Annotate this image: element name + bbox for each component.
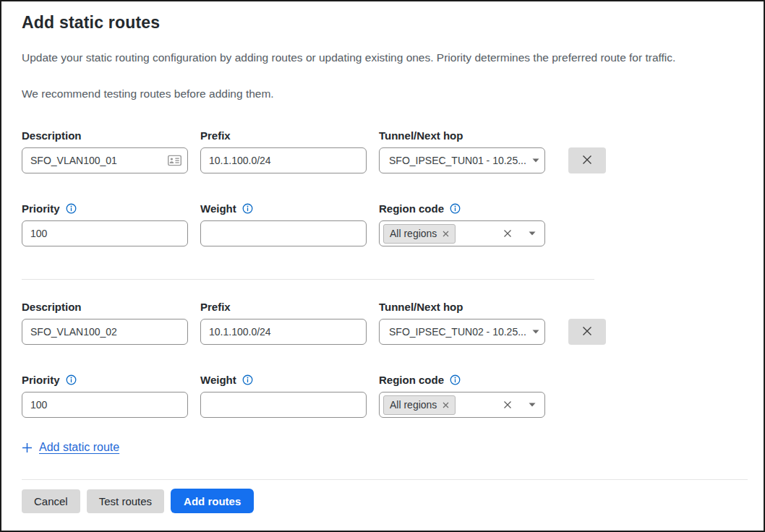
route-divider [22, 279, 594, 280]
prefix-label: Prefix [200, 301, 367, 313]
tunnel-field: Tunnel/Next hop SFO_IPSEC_TUN02 - 10.25.… [379, 301, 545, 345]
route-2-main-row: Description Prefix Tunnel/Next hop SFO_I… [22, 301, 748, 345]
region-multiselect[interactable]: All regions [379, 392, 545, 418]
priority-label: Priority [22, 374, 60, 386]
info-icon[interactable] [242, 374, 253, 385]
region-multiselect[interactable]: All regions [379, 220, 545, 246]
test-routes-button[interactable]: Test routes [87, 489, 164, 513]
footer-buttons: Cancel Test routes Add routes [22, 489, 748, 513]
remove-route-button[interactable] [568, 319, 606, 345]
weight-label: Weight [200, 374, 236, 386]
clear-selection-icon[interactable] [503, 229, 512, 238]
description-input[interactable] [22, 147, 188, 173]
prefix-input[interactable] [200, 319, 367, 345]
route-block-1: Description [22, 129, 748, 246]
weight-field: Weight [200, 374, 367, 418]
region-field: Region code All regions [379, 202, 545, 246]
weight-input[interactable] [200, 220, 367, 246]
route-block-2: Description Prefix Tunnel/Next hop SFO_I… [22, 301, 748, 418]
remove-route-button[interactable] [568, 147, 606, 173]
contact-card-icon[interactable] [168, 155, 181, 166]
tunnel-label: Tunnel/Next hop [379, 129, 545, 142]
description-field: Description [22, 301, 188, 345]
add-routes-button[interactable]: Add routes [171, 489, 254, 513]
priority-label: Priority [22, 202, 60, 215]
close-icon [581, 325, 593, 339]
region-field: Region code All regions [379, 374, 545, 418]
page-title: Add static routes [22, 12, 748, 33]
route-2-options-row: Priority Weight [22, 374, 748, 418]
add-static-routes-dialog: Add static routes Update your static rou… [0, 0, 765, 532]
chevron-down-icon [529, 231, 536, 236]
priority-field: Priority [22, 374, 188, 418]
remove-tag-icon[interactable] [443, 231, 449, 237]
route-1-options-row: Priority Weight [22, 202, 748, 246]
tunnel-selected-value: SFO_IPSEC_TUN01 - 10.25... [389, 155, 526, 166]
priority-input[interactable] [22, 392, 188, 418]
tunnel-select[interactable]: SFO_IPSEC_TUN01 - 10.25... [379, 147, 545, 173]
info-icon[interactable] [450, 374, 461, 385]
prefix-input[interactable] [200, 147, 367, 173]
weight-label: Weight [200, 202, 236, 215]
footer-divider [22, 479, 748, 480]
weight-input[interactable] [200, 392, 367, 418]
route-1-main-row: Description [22, 129, 748, 173]
info-icon[interactable] [66, 203, 77, 214]
prefix-label: Prefix [200, 129, 367, 142]
chevron-down-icon [529, 403, 536, 407]
region-label: Region code [379, 202, 444, 215]
tunnel-label: Tunnel/Next hop [379, 301, 545, 313]
chevron-down-icon [532, 158, 539, 163]
close-icon [581, 154, 593, 168]
tunnel-select[interactable]: SFO_IPSEC_TUN02 - 10.25... [379, 319, 545, 345]
plus-icon [22, 442, 33, 453]
region-tag-label: All regions [390, 228, 437, 239]
chevron-down-icon [532, 330, 539, 334]
region-tag-label: All regions [390, 399, 437, 411]
description-field: Description [22, 129, 188, 173]
info-icon[interactable] [66, 374, 77, 385]
description-label: Description [22, 129, 188, 142]
description-label: Description [22, 301, 188, 313]
clear-selection-icon[interactable] [503, 400, 512, 409]
recommendation-text: We recommend testing routes before addin… [22, 87, 748, 101]
intro-text: Update your static routing configuration… [22, 51, 748, 65]
info-icon[interactable] [242, 203, 253, 214]
weight-field: Weight [200, 202, 367, 246]
prefix-field: Prefix [200, 129, 367, 173]
region-label: Region code [379, 374, 444, 386]
description-input[interactable] [22, 319, 188, 345]
region-tag-chip: All regions [383, 224, 456, 244]
tunnel-field: Tunnel/Next hop SFO_IPSEC_TUN01 - 10.25.… [379, 129, 545, 173]
priority-field: Priority [22, 202, 188, 246]
info-icon[interactable] [450, 203, 461, 214]
tunnel-selected-value: SFO_IPSEC_TUN02 - 10.25... [389, 326, 526, 338]
remove-tag-icon[interactable] [443, 402, 449, 408]
cancel-button[interactable]: Cancel [22, 489, 80, 513]
priority-input[interactable] [22, 220, 188, 246]
add-static-route-link[interactable]: Add static route [39, 441, 119, 454]
region-tag-chip: All regions [383, 395, 456, 415]
prefix-field: Prefix [200, 301, 367, 345]
add-static-route-row: Add static route [22, 441, 748, 454]
